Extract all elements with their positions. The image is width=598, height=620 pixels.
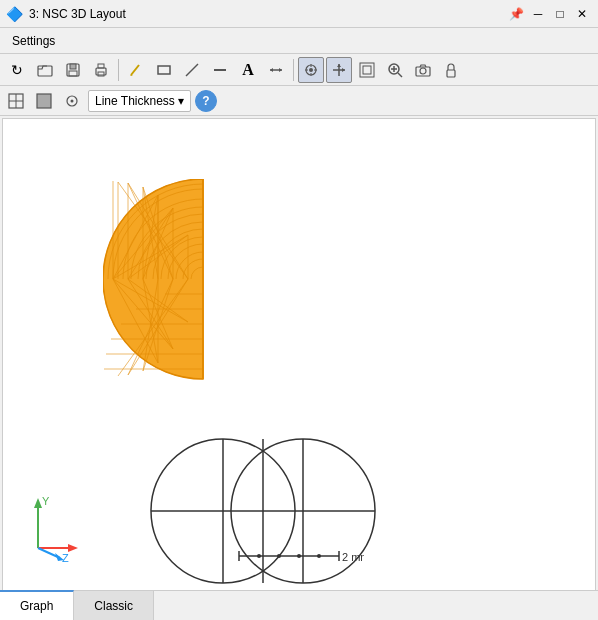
line-thickness-label: Line Thickness [95,94,175,108]
svg-text:2 mm: 2 mm [342,551,364,563]
title-bar: 🔷 3: NSC 3D Layout 📌 ─ □ ✕ [0,0,598,28]
classic-tab[interactable]: Classic [74,591,154,620]
orange-dome [103,179,303,389]
diag-line-button[interactable] [179,57,205,83]
print-button[interactable] [88,57,114,83]
svg-rect-33 [447,70,455,77]
camera-button[interactable] [410,57,436,83]
window-title: 3: NSC 3D Layout [29,7,126,21]
graph-tab[interactable]: Graph [0,590,74,620]
svg-rect-37 [37,94,51,108]
svg-rect-3 [69,71,77,76]
menu-bar: Settings [0,28,598,54]
svg-point-39 [71,99,74,102]
svg-marker-88 [34,498,42,508]
svg-text:Z: Z [62,552,69,563]
toolbar2: Line Thickness ▾ ? [0,86,598,116]
graph-tab-label: Graph [20,599,53,613]
classic-tab-label: Classic [94,599,133,613]
svg-rect-0 [38,66,52,76]
svg-point-98 [257,554,261,558]
horiz-line-button[interactable] [207,57,233,83]
text-button[interactable]: A [235,57,261,83]
refresh-button[interactable]: ↻ [4,57,30,83]
svg-line-28 [398,73,402,77]
separator2 [293,59,294,81]
open-button[interactable] [32,57,58,83]
pencil-button[interactable] [123,57,149,83]
svg-point-100 [297,554,301,558]
pin-button[interactable]: 📌 [506,4,526,24]
separator1 [118,59,119,81]
shaded-button[interactable] [32,89,56,113]
svg-point-32 [420,68,426,74]
close-button[interactable]: ✕ [572,4,592,24]
svg-rect-9 [158,66,170,74]
spin-button[interactable] [60,89,84,113]
axes-button[interactable] [326,57,352,83]
svg-rect-2 [70,64,76,69]
svg-point-101 [317,554,321,558]
zoom-fit-button[interactable] [354,57,380,83]
svg-marker-13 [279,68,282,72]
dropdown-arrow-icon: ▾ [178,94,184,108]
svg-rect-26 [363,66,371,74]
scale-bar: 2 mm [234,546,364,571]
coordinate-axes: Y Z [18,493,88,563]
lock-button[interactable] [438,57,464,83]
settings-menu[interactable]: Settings [4,32,63,50]
wireframe-button[interactable] [4,89,28,113]
save-button[interactable] [60,57,86,83]
svg-marker-23 [337,64,341,67]
rect-button[interactable] [151,57,177,83]
tab-bar: Graph Classic [0,590,598,620]
svg-line-7 [131,65,139,75]
svg-line-10 [186,64,198,76]
toolbar1: ↻ A [0,54,598,86]
svg-rect-25 [360,63,374,77]
zoom-in-button[interactable] [382,57,408,83]
svg-point-99 [277,554,281,558]
svg-text:Y: Y [42,495,50,507]
window-icon: 🔷 [6,6,23,22]
arrows-button[interactable] [263,57,289,83]
target-button[interactable] [298,57,324,83]
svg-marker-14 [270,68,273,72]
svg-point-16 [309,68,313,72]
canvas-area: Y Z 2 mm [2,118,596,592]
line-thickness-button[interactable]: Line Thickness ▾ [88,90,191,112]
help-button[interactable]: ? [195,90,217,112]
svg-marker-91 [68,544,78,552]
minimize-button[interactable]: ─ [528,4,548,24]
svg-marker-24 [342,68,345,72]
restore-button[interactable]: □ [550,4,570,24]
